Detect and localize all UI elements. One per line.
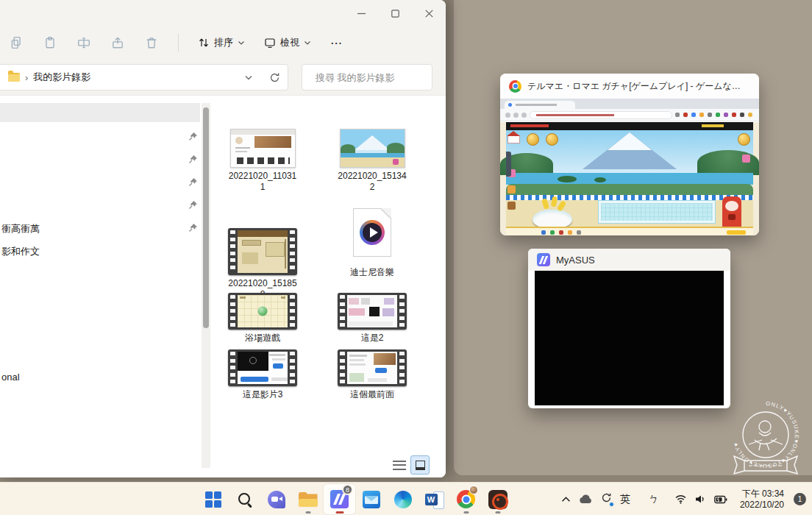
paste-icon[interactable] xyxy=(43,35,57,50)
file-name: 20221020_151342 xyxy=(337,171,407,193)
ime-language-indicator[interactable]: 英 xyxy=(620,493,630,506)
taskbar-search-button[interactable] xyxy=(229,484,260,514)
game-bottom-bar xyxy=(506,227,753,235)
sidebar-item-partial[interactable]: 衝高衝萬 xyxy=(1,222,40,235)
game-home-icon xyxy=(508,135,520,143)
more-options-button[interactable]: ⋯ xyxy=(330,36,343,50)
taskbar: 8 W 英 ㄅ xyxy=(0,482,812,515)
sort-label: 排序 xyxy=(214,36,233,49)
sidebar-item-partial[interactable]: onal xyxy=(1,372,20,383)
notification-count-badge[interactable]: 1 xyxy=(794,493,806,505)
breadcrumb-current-folder[interactable]: 我的影片錄影 xyxy=(33,71,90,84)
file-item[interactable]: 這是影片3 xyxy=(227,349,298,400)
sidebar-scrollbar-thumb[interactable] xyxy=(203,107,209,328)
game-coin-icon xyxy=(527,133,539,146)
search-input[interactable] xyxy=(316,72,445,83)
toolbar-divider xyxy=(178,34,179,52)
file-item[interactable]: 這是2 xyxy=(337,293,407,344)
running-indicator xyxy=(463,511,469,514)
file-name: 20221020_110311 xyxy=(227,171,298,193)
battery-icon[interactable] xyxy=(714,495,727,504)
pin-icon[interactable] xyxy=(188,177,198,187)
clock[interactable]: 下午 03:34 2022/10/20 xyxy=(740,489,784,511)
game-banner xyxy=(506,122,753,130)
tray-date: 2022/10/20 xyxy=(740,500,784,511)
file-item[interactable]: 20221020_151342 xyxy=(337,129,407,193)
sync-status-icon[interactable] xyxy=(601,492,612,506)
address-bar[interactable]: › 我的影片錄影 xyxy=(0,64,288,90)
address-dropdown-icon[interactable] xyxy=(244,74,253,81)
chevron-down-icon xyxy=(238,40,245,46)
file-item[interactable]: 這個最前面 xyxy=(337,349,407,400)
taskbar-chat-button[interactable] xyxy=(260,484,292,514)
game-follow-tab xyxy=(506,152,511,177)
large-icons-view-toggle[interactable] xyxy=(410,455,430,475)
tray-overflow-chevron-icon[interactable] xyxy=(561,496,571,503)
taskbar-file-explorer-button[interactable] xyxy=(292,484,324,514)
file-item[interactable]: 20221020_110311 xyxy=(227,129,298,193)
taskbar-screen-recorder-button[interactable] xyxy=(482,484,513,514)
start-button[interactable] xyxy=(197,484,229,514)
view-icon xyxy=(264,37,276,49)
view-label: 檢視 xyxy=(280,36,299,49)
screen-recorder-icon xyxy=(488,490,508,509)
sidebar-item-partial[interactable]: 影和作文 xyxy=(1,245,40,258)
chevron-down-icon xyxy=(304,40,311,46)
windows-start-icon xyxy=(205,491,221,508)
word-icon: W xyxy=(425,491,444,508)
taskbar-myasus-button[interactable]: 8 xyxy=(324,484,355,514)
file-item[interactable]: 浴場遊戲 xyxy=(227,293,298,344)
game-side-icon xyxy=(508,202,516,210)
sidebar-selected-item[interactable] xyxy=(0,103,200,122)
details-view-toggle[interactable] xyxy=(393,461,406,470)
maximize-button[interactable] xyxy=(378,0,412,26)
snap-window-myasus[interactable]: MyASUS xyxy=(528,249,730,408)
reload-icon xyxy=(521,113,527,118)
taskbar-word-button[interactable]: W xyxy=(419,484,450,514)
minimize-button[interactable] xyxy=(344,0,378,26)
volume-icon[interactable] xyxy=(695,494,706,504)
refresh-icon[interactable] xyxy=(269,72,280,83)
sort-button[interactable]: 排序 xyxy=(198,36,245,49)
hill-right xyxy=(697,150,759,175)
rename-icon[interactable] xyxy=(76,35,91,50)
myasus-content xyxy=(535,271,724,405)
copy-icon[interactable] xyxy=(9,35,24,50)
file-name: 迪士尼音樂 xyxy=(337,267,407,278)
forward-icon xyxy=(513,113,519,118)
taskbar-mail-button[interactable] xyxy=(355,484,387,514)
pin-icon[interactable] xyxy=(188,132,198,141)
explorer-statusbar xyxy=(0,452,446,477)
chrome-profile-avatar xyxy=(469,486,478,494)
media-file-icon xyxy=(353,208,391,257)
close-button[interactable] xyxy=(412,0,446,26)
file-item[interactable]: 迪士尼音樂 xyxy=(337,208,407,278)
ime-mode-indicator[interactable]: ㄅ xyxy=(649,493,659,506)
play-icon xyxy=(360,220,385,245)
tray-time: 下午 03:34 xyxy=(740,489,784,500)
mail-icon xyxy=(363,491,380,508)
search-box[interactable] xyxy=(302,64,432,90)
file-thumbnail xyxy=(338,293,407,330)
file-thumbnail xyxy=(338,349,407,386)
file-thumbnail xyxy=(340,129,405,168)
pin-icon[interactable] xyxy=(188,200,198,210)
file-item[interactable]: 20221020_151858 xyxy=(227,228,298,300)
pin-icon[interactable] xyxy=(188,223,198,232)
pin-icon[interactable] xyxy=(188,154,198,164)
back-icon xyxy=(505,113,510,118)
game-coin-icon xyxy=(738,133,750,146)
breadcrumb[interactable]: › 我的影片錄影 xyxy=(0,71,90,84)
onedrive-cloud-icon[interactable] xyxy=(579,494,593,504)
snap-window-chrome[interactable]: テルマエ・ロマエ ガチャ[ゲームプレイ] - ゲームな… xyxy=(500,74,759,235)
share-icon[interactable] xyxy=(110,35,125,50)
taskbar-chrome-button[interactable] xyxy=(450,484,482,514)
running-indicator xyxy=(495,511,500,514)
view-button[interactable]: 檢視 xyxy=(264,36,311,49)
browser-preview xyxy=(500,99,759,235)
delete-icon[interactable] xyxy=(144,35,159,50)
taskbar-edge-button[interactable] xyxy=(387,484,419,514)
snap-window-chrome-title: テルマエ・ロマエ ガチャ[ゲームプレイ] - ゲームな… xyxy=(527,80,741,93)
game-pool xyxy=(599,201,715,223)
wifi-icon[interactable] xyxy=(674,494,687,504)
